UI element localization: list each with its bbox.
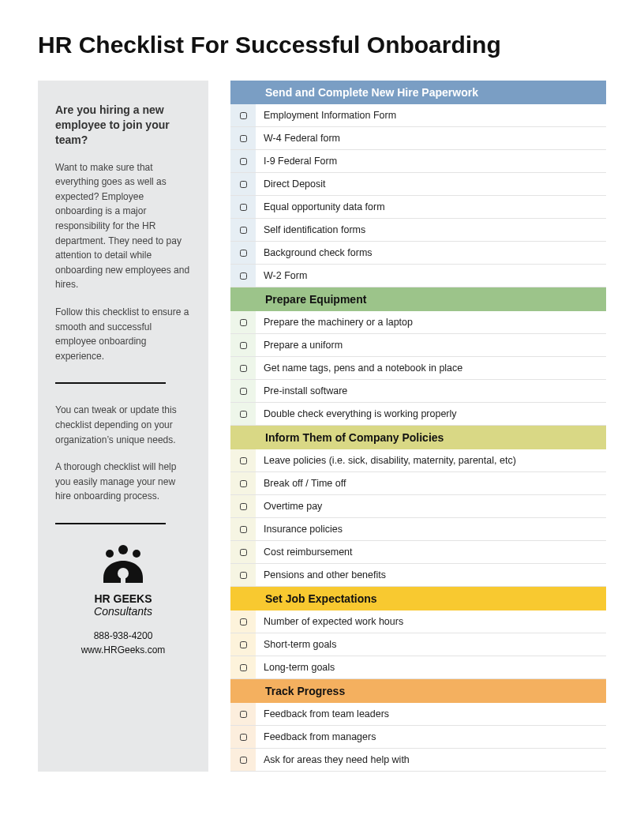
checklist-item-label: Prepare the machinery or a laptop xyxy=(256,311,606,333)
sidebar-para-1: Want to make sure that everything goes a… xyxy=(55,160,191,292)
checkbox-cell xyxy=(230,449,256,471)
checklist-row: Equal opportunity data form xyxy=(230,196,606,219)
checklist-item-label: Leave policies (i.e. sick, disability, m… xyxy=(256,449,606,471)
checklist-item-label: W-2 Form xyxy=(256,265,606,287)
checkbox-icon[interactable] xyxy=(240,135,247,142)
checklist-row: Background check forms xyxy=(230,242,606,265)
checkbox-icon[interactable] xyxy=(240,112,247,119)
checkbox-icon[interactable] xyxy=(240,664,247,671)
checklist-row: I-9 Federal Form xyxy=(230,150,606,173)
contact-website: www.HRGeeks.com xyxy=(55,643,191,657)
checkbox-cell xyxy=(230,311,256,333)
checklist-item-label: Feedback from managers xyxy=(256,726,606,748)
checklist-item-label: Prepare a uniform xyxy=(256,334,606,356)
checkbox-cell xyxy=(230,564,256,586)
checklist-item-label: Double check everything is working prope… xyxy=(256,403,606,425)
checkbox-cell xyxy=(230,380,256,402)
checklist-item-label: Equal opportunity data form xyxy=(256,196,606,218)
checkbox-cell xyxy=(230,265,256,287)
sidebar-para-3: You can tweak or update this checklist d… xyxy=(55,403,191,447)
checkbox-icon[interactable] xyxy=(240,204,247,211)
svg-point-1 xyxy=(106,550,114,558)
checklist-row: Pre-install software xyxy=(230,380,606,403)
checkbox-cell xyxy=(230,541,256,563)
checkbox-cell xyxy=(230,104,256,126)
svg-point-0 xyxy=(118,545,128,554)
checkbox-icon[interactable] xyxy=(240,641,247,648)
header-spacer xyxy=(240,293,265,306)
checkbox-icon[interactable] xyxy=(240,618,247,626)
checklist-item-label: Insurance policies xyxy=(256,518,606,540)
checkbox-icon[interactable] xyxy=(240,457,247,464)
checkbox-icon[interactable] xyxy=(240,757,247,764)
checkbox-cell xyxy=(230,403,256,425)
checklist-row: Feedback from team leaders xyxy=(230,703,606,726)
divider xyxy=(55,382,166,384)
checklist-item-label: Pensions and other benefits xyxy=(256,564,606,586)
checkbox-cell xyxy=(230,173,256,195)
checkbox-icon[interactable] xyxy=(240,572,247,579)
checkbox-cell xyxy=(230,127,256,149)
checkbox-icon[interactable] xyxy=(240,365,247,372)
checkbox-cell xyxy=(230,472,256,494)
checklist-item-label: Short-term goals xyxy=(256,633,606,656)
checklist-row: W-4 Federal form xyxy=(230,127,606,150)
checkbox-icon[interactable] xyxy=(240,734,247,741)
checklist-item-label: Cost reimbursement xyxy=(256,541,606,563)
checkbox-icon[interactable] xyxy=(240,411,247,418)
section-header: Inform Them of Company Policies xyxy=(230,426,606,449)
checkbox-icon[interactable] xyxy=(240,319,247,326)
checklist-row: Double check everything is working prope… xyxy=(230,403,606,426)
checkbox-icon[interactable] xyxy=(240,388,247,395)
checkbox-icon[interactable] xyxy=(240,480,247,487)
checklist-row: Employment Information Form xyxy=(230,104,606,127)
checklist-item-label: W-4 Federal form xyxy=(256,127,606,149)
page-title: HR Checklist For Successful Onboarding xyxy=(38,32,606,58)
checklist-row: Insurance policies xyxy=(230,518,606,541)
checkbox-icon[interactable] xyxy=(240,250,247,257)
checklist-item-label: Employment Information Form xyxy=(256,104,606,126)
checklist-row: Pensions and other benefits xyxy=(230,564,606,587)
checklist-row: Cost reimbursement xyxy=(230,541,606,564)
checklist-item-label: Break off / Time off xyxy=(256,472,606,494)
section-header: Prepare Equipment xyxy=(230,287,606,311)
checkbox-icon[interactable] xyxy=(240,158,247,165)
section-header: Set Job Expectations xyxy=(230,587,606,610)
checkbox-cell xyxy=(230,495,256,517)
checklist-row: Feedback from managers xyxy=(230,726,606,749)
checkbox-cell xyxy=(230,749,256,771)
checkbox-icon[interactable] xyxy=(240,711,247,718)
checklist-table: Send and Complete New Hire PaperworkEmpl… xyxy=(230,81,606,772)
checkbox-icon[interactable] xyxy=(240,342,247,349)
logo-subtitle: Consultants xyxy=(55,605,191,618)
checkbox-icon[interactable] xyxy=(240,503,247,510)
checklist-row: Leave policies (i.e. sick, disability, m… xyxy=(230,449,606,472)
main-columns: Are you hiring a new employee to join yo… xyxy=(38,81,606,772)
sidebar: Are you hiring a new employee to join yo… xyxy=(38,81,208,772)
checklist-row: Break off / Time off xyxy=(230,472,606,495)
contact-phone: 888-938-4200 xyxy=(55,629,191,643)
checkbox-cell xyxy=(230,656,256,678)
checkbox-cell xyxy=(230,242,256,264)
checklist-row: Prepare a uniform xyxy=(230,334,606,357)
checklist-item-label: Ask for areas they need help with xyxy=(256,749,606,771)
checkbox-icon[interactable] xyxy=(240,549,247,556)
checklist-row: W-2 Form xyxy=(230,265,606,287)
section-header: Send and Complete New Hire Paperwork xyxy=(230,81,606,104)
svg-point-3 xyxy=(118,568,129,579)
checkbox-cell xyxy=(230,357,256,379)
checklist-item-label: Background check forms xyxy=(256,242,606,264)
checklist-item-label: Feedback from team leaders xyxy=(256,703,606,725)
checkbox-cell xyxy=(230,703,256,725)
checklist-row: Direct Deposit xyxy=(230,173,606,196)
checkbox-icon[interactable] xyxy=(240,526,247,533)
sidebar-para-4: A thorough checklist will help you easil… xyxy=(55,460,191,504)
checkbox-cell xyxy=(230,726,256,748)
checklist-row: Prepare the machinery or a laptop xyxy=(230,311,606,334)
checkbox-icon[interactable] xyxy=(240,181,247,188)
checklist-item-label: Get name tags, pens and a notebook in pl… xyxy=(256,357,606,379)
checklist-item-label: Overtime pay xyxy=(256,495,606,517)
checkbox-icon[interactable] xyxy=(240,272,247,280)
checkbox-icon[interactable] xyxy=(240,227,247,234)
sidebar-para-2: Follow this checklist to ensure a smooth… xyxy=(55,305,191,363)
